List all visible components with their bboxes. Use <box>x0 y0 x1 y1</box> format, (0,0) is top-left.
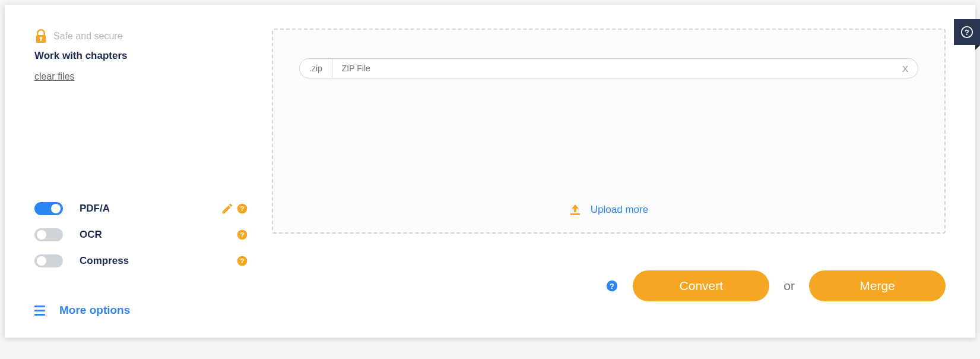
file-pill: .zip ZIP File X <box>299 58 918 78</box>
svg-text:?: ? <box>610 282 614 291</box>
svg-text:?: ? <box>240 257 244 264</box>
clear-files-link[interactable]: clear files <box>34 71 75 82</box>
toggle-row-pdfa: PDF/A ? <box>34 196 248 222</box>
toggle-row-ocr: OCR ? <box>34 222 248 248</box>
chapters-title: Work with chapters <box>34 50 248 62</box>
toggle-label-ocr: OCR <box>80 229 236 241</box>
help-icon[interactable]: ? <box>236 229 248 241</box>
toggle-pdfa[interactable] <box>34 202 63 215</box>
help-tab[interactable]: ? <box>954 19 980 45</box>
help-icon: ? <box>960 26 973 39</box>
left-column: Safe and secure Work with chapters clear… <box>34 29 248 317</box>
secure-row: Safe and secure <box>34 29 248 44</box>
toggle-label-pdfa: PDF/A <box>80 203 221 215</box>
toggle-row-compress: Compress ? <box>34 248 248 274</box>
more-options-button[interactable]: More options <box>34 304 130 317</box>
help-icon[interactable]: ? <box>605 279 619 292</box>
main-card: Safe and secure Work with chapters clear… <box>5 5 975 338</box>
lock-icon <box>34 29 47 44</box>
svg-text:?: ? <box>240 231 244 238</box>
right-column: .zip ZIP File X Upload more ? Convert or… <box>272 29 946 317</box>
help-icon[interactable]: ? <box>236 203 248 215</box>
hamburger-icon <box>34 306 45 316</box>
svg-rect-2 <box>40 39 42 41</box>
file-ext: .zip <box>300 64 332 73</box>
or-text: or <box>784 279 795 293</box>
toggle-ocr[interactable] <box>34 228 63 241</box>
options-block: PDF/A ? OCR ? Compress ? More options <box>34 196 248 317</box>
toggle-compress[interactable] <box>34 254 63 267</box>
upload-icon <box>569 204 581 215</box>
upload-more-label: Upload more <box>591 204 648 216</box>
toggle-label-compress: Compress <box>80 255 236 267</box>
upload-more-button[interactable]: Upload more <box>299 204 918 221</box>
file-remove-button[interactable]: X <box>893 64 918 74</box>
svg-text:?: ? <box>965 28 969 37</box>
merge-button[interactable]: Merge <box>809 270 946 301</box>
pencil-icon[interactable] <box>221 202 234 215</box>
help-icon[interactable]: ? <box>236 255 248 267</box>
action-row: ? Convert or Merge <box>272 270 946 301</box>
convert-button[interactable]: Convert <box>633 270 769 301</box>
secure-text: Safe and secure <box>53 31 123 42</box>
svg-text:?: ? <box>240 204 244 212</box>
dropzone[interactable]: .zip ZIP File X Upload more <box>272 29 946 234</box>
svg-rect-9 <box>570 213 580 215</box>
more-options-label: More options <box>59 304 130 317</box>
file-name: ZIP File <box>332 64 893 73</box>
